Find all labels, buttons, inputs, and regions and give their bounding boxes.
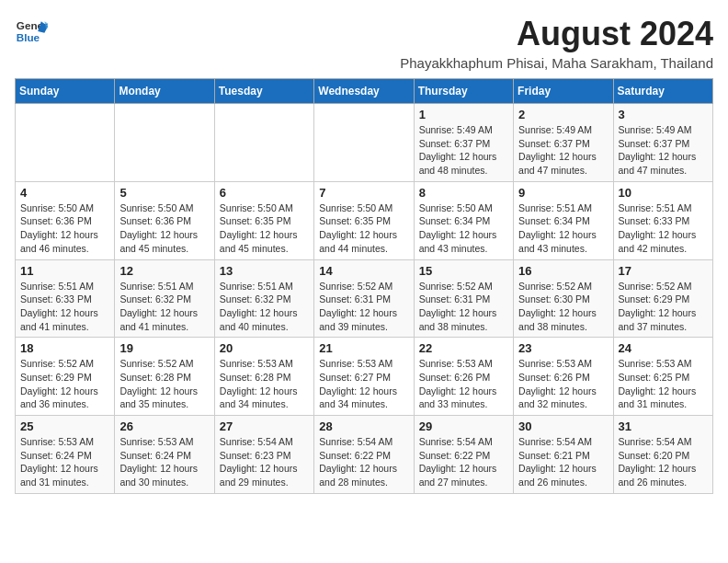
cell-info: Sunrise: 5:51 AM Sunset: 6:32 PM Dayligh… (119, 280, 209, 334)
cell-day-number: 24 (619, 341, 708, 355)
day-of-week-header: Wednesday (314, 79, 414, 104)
calendar-cell: 10Sunrise: 5:51 AM Sunset: 6:33 PM Dayli… (613, 181, 712, 259)
logo-icon: General Blue (15, 15, 48, 48)
calendar-cell: 6Sunrise: 5:50 AM Sunset: 6:35 PM Daylig… (214, 181, 313, 259)
cell-day-number: 31 (619, 419, 708, 433)
calendar-week-row: 18Sunrise: 5:52 AM Sunset: 6:29 PM Dayli… (16, 338, 713, 416)
calendar-cell: 15Sunrise: 5:52 AM Sunset: 6:31 PM Dayli… (414, 259, 513, 338)
calendar-week-row: 4Sunrise: 5:50 AM Sunset: 6:36 PM Daylig… (16, 181, 713, 259)
cell-info: Sunrise: 5:52 AM Sunset: 6:29 PM Dayligh… (619, 280, 708, 334)
calendar-cell: 22Sunrise: 5:53 AM Sunset: 6:26 PM Dayli… (414, 338, 513, 416)
cell-day-number: 18 (20, 341, 109, 355)
cell-info: Sunrise: 5:50 AM Sunset: 6:36 PM Dayligh… (119, 201, 209, 256)
cell-day-number: 12 (119, 264, 209, 278)
cell-day-number: 21 (319, 341, 408, 355)
calendar-cell: 28Sunrise: 5:54 AM Sunset: 6:22 PM Dayli… (314, 416, 414, 494)
cell-info: Sunrise: 5:52 AM Sunset: 6:29 PM Dayligh… (20, 357, 109, 411)
cell-info: Sunrise: 5:52 AM Sunset: 6:30 PM Dayligh… (518, 280, 608, 334)
title-area: August 2024 Phayakkhaphum Phisai, Maha S… (400, 15, 713, 71)
cell-info: Sunrise: 5:51 AM Sunset: 6:34 PM Dayligh… (518, 201, 608, 256)
cell-day-number: 7 (319, 186, 408, 200)
calendar-cell: 11Sunrise: 5:51 AM Sunset: 6:33 PM Dayli… (16, 259, 115, 338)
calendar-cell: 24Sunrise: 5:53 AM Sunset: 6:25 PM Dayli… (613, 338, 712, 416)
calendar-cell: 4Sunrise: 5:50 AM Sunset: 6:36 PM Daylig… (16, 181, 115, 259)
calendar-cell: 16Sunrise: 5:52 AM Sunset: 6:30 PM Dayli… (514, 259, 613, 338)
cell-info: Sunrise: 5:53 AM Sunset: 6:27 PM Dayligh… (319, 357, 408, 411)
calendar-cell: 3Sunrise: 5:49 AM Sunset: 6:37 PM Daylig… (613, 104, 712, 182)
calendar-cell: 9Sunrise: 5:51 AM Sunset: 6:34 PM Daylig… (514, 181, 613, 259)
day-of-week-header: Monday (115, 79, 214, 104)
cell-info: Sunrise: 5:53 AM Sunset: 6:28 PM Dayligh… (220, 357, 309, 411)
cell-info: Sunrise: 5:51 AM Sunset: 6:32 PM Dayligh… (220, 280, 309, 334)
cell-day-number: 19 (119, 341, 209, 355)
calendar: SundayMondayTuesdayWednesdayThursdayFrid… (15, 78, 713, 494)
cell-info: Sunrise: 5:52 AM Sunset: 6:31 PM Dayligh… (419, 280, 508, 334)
cell-info: Sunrise: 5:54 AM Sunset: 6:22 PM Dayligh… (419, 435, 508, 489)
cell-info: Sunrise: 5:54 AM Sunset: 6:21 PM Dayligh… (518, 435, 608, 489)
calendar-header-row: SundayMondayTuesdayWednesdayThursdayFrid… (16, 79, 713, 104)
calendar-cell: 29Sunrise: 5:54 AM Sunset: 6:22 PM Dayli… (414, 416, 513, 494)
day-of-week-header: Saturday (613, 79, 712, 104)
cell-info: Sunrise: 5:49 AM Sunset: 6:37 PM Dayligh… (619, 123, 708, 178)
calendar-cell: 20Sunrise: 5:53 AM Sunset: 6:28 PM Dayli… (214, 338, 313, 416)
cell-day-number: 29 (419, 419, 508, 433)
calendar-cell: 19Sunrise: 5:52 AM Sunset: 6:28 PM Dayli… (115, 338, 214, 416)
cell-day-number: 22 (419, 341, 508, 355)
cell-info: Sunrise: 5:53 AM Sunset: 6:24 PM Dayligh… (20, 435, 109, 489)
cell-day-number: 1 (419, 108, 508, 121)
calendar-week-row: 11Sunrise: 5:51 AM Sunset: 6:33 PM Dayli… (16, 259, 713, 338)
logo: General Blue (15, 15, 48, 48)
cell-day-number: 3 (619, 108, 708, 121)
calendar-cell: 8Sunrise: 5:50 AM Sunset: 6:34 PM Daylig… (414, 181, 513, 259)
cell-info: Sunrise: 5:50 AM Sunset: 6:34 PM Dayligh… (419, 201, 508, 256)
cell-info: Sunrise: 5:53 AM Sunset: 6:26 PM Dayligh… (419, 357, 508, 411)
cell-info: Sunrise: 5:52 AM Sunset: 6:31 PM Dayligh… (319, 280, 408, 334)
cell-info: Sunrise: 5:50 AM Sunset: 6:36 PM Dayligh… (20, 201, 109, 256)
cell-day-number: 14 (319, 264, 408, 278)
cell-info: Sunrise: 5:53 AM Sunset: 6:25 PM Dayligh… (619, 357, 708, 411)
calendar-cell: 30Sunrise: 5:54 AM Sunset: 6:21 PM Dayli… (514, 416, 613, 494)
calendar-cell: 17Sunrise: 5:52 AM Sunset: 6:29 PM Dayli… (613, 259, 712, 338)
cell-info: Sunrise: 5:50 AM Sunset: 6:35 PM Dayligh… (319, 201, 408, 256)
calendar-cell (16, 104, 115, 182)
day-of-week-header: Tuesday (214, 79, 313, 104)
calendar-cell: 12Sunrise: 5:51 AM Sunset: 6:32 PM Dayli… (115, 259, 214, 338)
cell-info: Sunrise: 5:54 AM Sunset: 6:20 PM Dayligh… (619, 435, 708, 489)
cell-info: Sunrise: 5:49 AM Sunset: 6:37 PM Dayligh… (419, 123, 508, 178)
cell-day-number: 25 (20, 419, 109, 433)
calendar-cell: 1Sunrise: 5:49 AM Sunset: 6:37 PM Daylig… (414, 104, 513, 182)
cell-day-number: 16 (518, 264, 608, 278)
cell-day-number: 28 (319, 419, 408, 433)
day-of-week-header: Friday (514, 79, 613, 104)
day-of-week-header: Thursday (414, 79, 513, 104)
calendar-cell: 21Sunrise: 5:53 AM Sunset: 6:27 PM Dayli… (314, 338, 414, 416)
cell-day-number: 2 (518, 108, 608, 121)
cell-day-number: 15 (419, 264, 508, 278)
cell-day-number: 13 (220, 264, 309, 278)
day-of-week-header: Sunday (16, 79, 115, 104)
main-title: August 2024 (400, 15, 713, 53)
cell-day-number: 9 (518, 186, 608, 200)
subtitle: Phayakkhaphum Phisai, Maha Sarakham, Tha… (400, 55, 713, 71)
calendar-week-row: 1Sunrise: 5:49 AM Sunset: 6:37 PM Daylig… (16, 104, 713, 182)
cell-info: Sunrise: 5:51 AM Sunset: 6:33 PM Dayligh… (20, 280, 109, 334)
calendar-cell: 25Sunrise: 5:53 AM Sunset: 6:24 PM Dayli… (16, 416, 115, 494)
calendar-cell: 2Sunrise: 5:49 AM Sunset: 6:37 PM Daylig… (514, 104, 613, 182)
cell-day-number: 10 (619, 186, 708, 200)
cell-day-number: 8 (419, 186, 508, 200)
cell-info: Sunrise: 5:51 AM Sunset: 6:33 PM Dayligh… (619, 201, 708, 256)
calendar-cell: 31Sunrise: 5:54 AM Sunset: 6:20 PM Dayli… (613, 416, 712, 494)
calendar-cell: 5Sunrise: 5:50 AM Sunset: 6:36 PM Daylig… (115, 181, 214, 259)
calendar-week-row: 25Sunrise: 5:53 AM Sunset: 6:24 PM Dayli… (16, 416, 713, 494)
cell-info: Sunrise: 5:53 AM Sunset: 6:24 PM Dayligh… (119, 435, 209, 489)
calendar-cell: 23Sunrise: 5:53 AM Sunset: 6:26 PM Dayli… (514, 338, 613, 416)
calendar-cell: 26Sunrise: 5:53 AM Sunset: 6:24 PM Dayli… (115, 416, 214, 494)
calendar-cell (314, 104, 414, 182)
cell-info: Sunrise: 5:54 AM Sunset: 6:23 PM Dayligh… (220, 435, 309, 489)
calendar-cell (214, 104, 313, 182)
cell-day-number: 5 (119, 186, 209, 200)
cell-day-number: 23 (518, 341, 608, 355)
cell-day-number: 11 (20, 264, 109, 278)
calendar-cell (115, 104, 214, 182)
cell-day-number: 6 (220, 186, 309, 200)
